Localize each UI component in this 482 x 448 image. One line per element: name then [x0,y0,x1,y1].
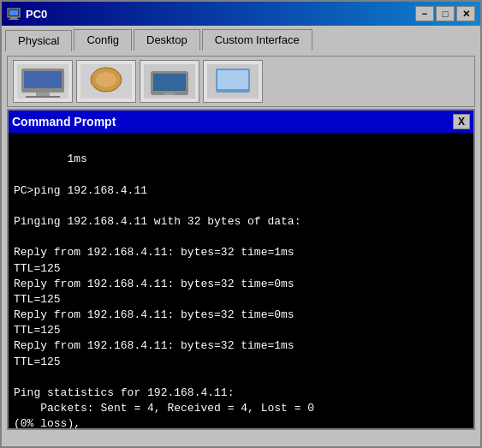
svg-rect-8 [26,96,60,98]
cmd-output: 1ms PC>ping 192.168.4.11 Pinging 192.168… [14,152,314,428]
svg-rect-14 [153,74,186,91]
cmd-close-button[interactable]: X [453,114,470,129]
preview-strip [7,56,475,107]
preview-item-1 [13,60,73,103]
svg-rect-15 [164,93,175,95]
title-bar-buttons: − □ ✕ [415,6,475,21]
preview-item-4 [203,60,263,103]
minimize-button[interactable]: − [415,6,434,21]
maximize-button[interactable]: □ [436,6,455,21]
close-button[interactable]: ✕ [456,6,475,21]
tab-custom-interface[interactable]: Custom Interface [202,29,312,51]
svg-rect-2 [10,17,17,19]
window-title: PC0 [26,8,47,21]
title-bar-left: PC0 [7,7,47,21]
preview-item-2 [76,60,136,103]
cmd-title-text: Command Prompt [12,115,116,128]
window-icon [7,7,21,21]
cmd-body[interactable]: 1ms PC>ping 192.168.4.11 Pinging 192.168… [9,133,473,428]
svg-rect-3 [9,19,19,20]
tab-config[interactable]: Config [74,29,132,51]
svg-rect-18 [217,70,248,89]
command-prompt-window: Command Prompt X 1ms PC>ping 192.168.4.1… [7,109,475,430]
tab-desktop[interactable]: Desktop [134,29,200,51]
tab-physical[interactable]: Physical [5,30,72,51]
nav-tabs: Physical Config Desktop Custom Interface [2,26,480,51]
main-window: PC0 − □ ✕ Physical Config Desktop Custom… [0,0,482,448]
svg-rect-7 [36,93,50,96]
content-area: Command Prompt X 1ms PC>ping 192.168.4.1… [2,51,480,435]
svg-point-11 [96,72,116,87]
svg-rect-1 [9,10,18,15]
cmd-title-bar: Command Prompt X [9,111,473,133]
preview-item-3 [140,60,199,103]
title-bar: PC0 − □ ✕ [2,2,480,26]
svg-rect-6 [24,71,62,88]
